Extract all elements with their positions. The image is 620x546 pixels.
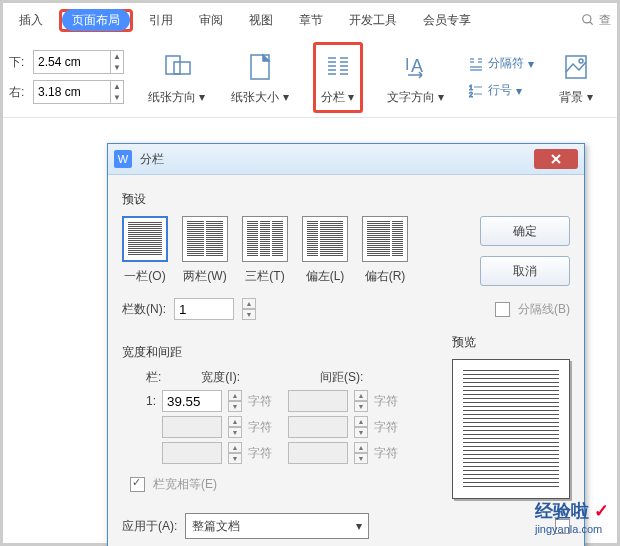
row-index: 1:: [130, 394, 156, 408]
apply-to-select[interactable]: 整篇文档 ▾: [185, 513, 369, 539]
line-number-icon: 12: [468, 83, 484, 99]
spin-down-icon[interactable]: ▼: [110, 92, 123, 103]
watermark-url: jingyanla.com: [535, 523, 609, 535]
tab-devtools[interactable]: 开发工具: [339, 8, 407, 33]
page-button[interactable]: 页: [608, 49, 620, 106]
orientation-icon: [159, 49, 195, 85]
width-input-3: [162, 442, 222, 464]
chevron-down-icon: ▾: [516, 84, 522, 98]
margin-right-input[interactable]: ▲▼: [33, 80, 124, 104]
width-input-2: [162, 416, 222, 438]
tab-insert[interactable]: 插入: [9, 8, 53, 33]
spin-up-icon[interactable]: ▲: [110, 81, 123, 92]
width-input-1[interactable]: [162, 390, 222, 412]
tab-reference[interactable]: 引用: [139, 8, 183, 33]
preview-label: 预览: [452, 334, 570, 351]
spin-up-icon: ▲: [228, 442, 242, 453]
spin-up-icon: ▲: [354, 416, 368, 427]
preset-one-column[interactable]: 一栏(O): [122, 216, 168, 285]
highlight-box-columns: 分栏 ▾: [313, 42, 363, 113]
unit-label: 字符: [374, 445, 398, 462]
preset-three-columns[interactable]: 三栏(T): [242, 216, 288, 285]
preset-left[interactable]: 偏左(L): [302, 216, 348, 285]
background-label: 背景: [559, 90, 583, 104]
separator-button[interactable]: 分隔符 ▾: [468, 55, 534, 72]
chevron-down-icon: ▾: [528, 57, 534, 71]
width-spacing-label: 宽度和间距: [122, 344, 434, 361]
chevron-down-icon: ▾: [356, 519, 362, 533]
preset-label: 两栏(W): [183, 268, 226, 285]
line-number-button[interactable]: 12行号 ▾: [468, 82, 522, 99]
chevron-down-icon: ▾: [348, 90, 354, 104]
app-icon: W: [114, 150, 132, 168]
spin-up-icon[interactable]: ▲: [110, 51, 123, 62]
preset-right[interactable]: 偏右(R): [362, 216, 408, 285]
chevron-down-icon: ▾: [283, 90, 289, 104]
spin-up-icon: ▲: [228, 416, 242, 427]
unit-label: 字符: [248, 445, 272, 462]
tab-review[interactable]: 审阅: [189, 8, 233, 33]
spin-up-icon[interactable]: ▲: [228, 390, 242, 401]
spin-up-icon[interactable]: ▲: [242, 298, 256, 309]
tab-member[interactable]: 会员专享: [413, 8, 481, 33]
margin-bottom-label: 下:: [9, 54, 29, 71]
tab-view[interactable]: 视图: [239, 8, 283, 33]
dialog-titlebar[interactable]: W 分栏: [108, 144, 584, 175]
search-hint[interactable]: 查: [581, 12, 617, 29]
menu-tabs: 插入 页面布局 引用 审阅 视图 章节 开发工具 会员专享 查: [3, 3, 617, 37]
apply-to-value: 整篇文档: [192, 518, 240, 535]
preview-box: [452, 359, 570, 499]
close-button[interactable]: [534, 149, 578, 169]
spin-down-icon: ▼: [354, 427, 368, 438]
spin-down-icon[interactable]: ▼: [228, 401, 242, 412]
tab-section[interactable]: 章节: [289, 8, 333, 33]
margin-right-label: 右:: [9, 84, 29, 101]
svg-text:I: I: [405, 56, 409, 73]
paper-size-icon: [242, 49, 278, 85]
spin-up-icon: ▲: [354, 442, 368, 453]
spin-down-icon[interactable]: ▼: [354, 401, 368, 412]
column-count-input[interactable]: [174, 298, 234, 320]
paper-orientation-button[interactable]: 纸张方向 ▾: [146, 49, 207, 106]
spin-down-icon: ▼: [228, 453, 242, 464]
svg-rect-3: [174, 62, 190, 74]
chevron-down-icon: ▾: [199, 90, 205, 104]
tab-page-layout[interactable]: 页面布局: [62, 9, 130, 31]
equal-width-checkbox[interactable]: [130, 477, 145, 492]
unit-label: 字符: [374, 419, 398, 436]
spin-down-icon: ▼: [354, 453, 368, 464]
spacing-header: 间距(S):: [320, 369, 363, 386]
spacing-input-2: [288, 416, 348, 438]
preset-two-columns[interactable]: 两栏(W): [182, 216, 228, 285]
ribbon: 下: ▲▼ 右: ▲▼ 纸张方向 ▾ 纸张大小 ▾ 分栏 ▾ IA 文字方向 ▾…: [3, 37, 617, 118]
chevron-down-icon: ▾: [587, 90, 593, 104]
ok-button[interactable]: 确定: [480, 216, 570, 246]
line-number-label: 行号: [488, 82, 512, 99]
preset-label: 一栏(O): [124, 268, 165, 285]
svg-point-0: [583, 15, 591, 23]
page-icon: [610, 49, 620, 85]
svg-point-28: [579, 59, 583, 63]
background-icon: [558, 49, 594, 85]
svg-text:2: 2: [469, 91, 473, 98]
paper-size-label: 纸张大小: [231, 90, 279, 104]
spacing-input-1[interactable]: [288, 390, 348, 412]
paper-size-button[interactable]: 纸张大小 ▾: [229, 49, 290, 106]
margin-bottom-input[interactable]: ▲▼: [33, 50, 124, 74]
background-button[interactable]: 背景 ▾: [556, 49, 596, 106]
separator-icon: [468, 56, 484, 72]
separator-line-checkbox[interactable]: [495, 302, 510, 317]
columns-button[interactable]: 分栏 ▾: [318, 49, 358, 106]
spin-down-icon[interactable]: ▼: [110, 62, 123, 73]
spin-down-icon: ▼: [228, 427, 242, 438]
preset-label: 偏右(R): [365, 268, 406, 285]
spin-up-icon[interactable]: ▲: [354, 390, 368, 401]
columns-icon: [320, 49, 356, 85]
cancel-button[interactable]: 取消: [480, 256, 570, 286]
chevron-down-icon: ▾: [438, 90, 444, 104]
text-direction-button[interactable]: IA 文字方向 ▾: [385, 49, 446, 106]
column-count-label: 栏数(N):: [122, 301, 166, 318]
spin-down-icon[interactable]: ▼: [242, 309, 256, 320]
svg-text:A: A: [411, 56, 423, 76]
search-label: 查: [599, 12, 611, 29]
